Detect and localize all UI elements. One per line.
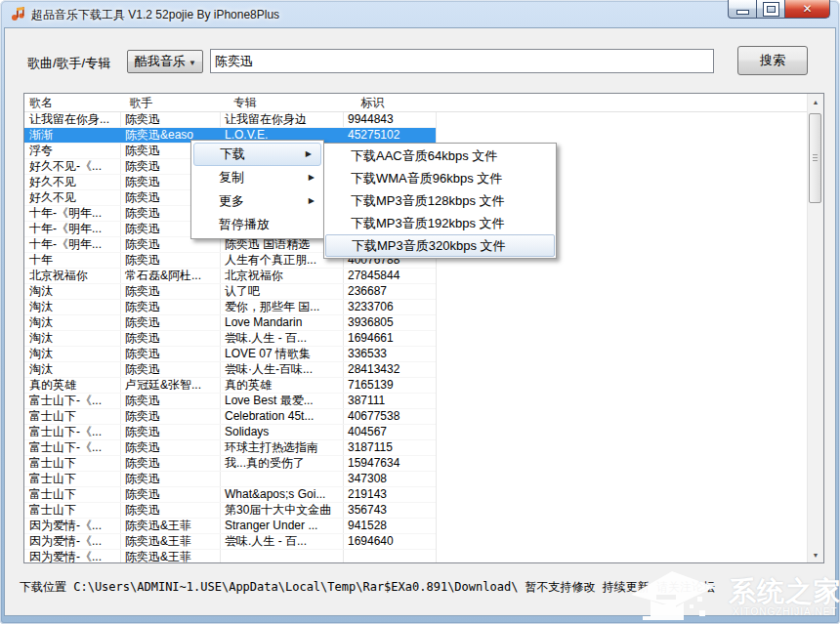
cell-song: 好久不见 [24,190,120,205]
cell-album [220,550,343,562]
cell-artist: 陈奕迅 [120,315,220,330]
cell-album [220,472,343,486]
cell-song: 因为爱情-《... [24,519,120,533]
submenu-item[interactable]: 下载AAC音质64kbps 文件 [324,145,556,167]
table-row[interactable]: 富士山下陈奕迅我...真的受伤了15947634 [24,456,436,472]
table-row[interactable]: 北京祝福你常石磊&阿杜...北京祝福你27845844 [24,269,436,284]
cell-song: 富士山下 [24,456,120,471]
cell-album: 尝味.人生 - 百... [220,534,343,549]
download-submenu: 下载AAC音质64kbps 文件下载WMA音质96kbps 文件下载MP3音质1… [323,143,557,259]
table-row[interactable]: 真的英雄卢冠廷&张智...真的英雄7165139 [24,378,436,394]
cell-song: 北京祝福你 [24,269,120,283]
cell-id: 387111 [343,394,436,408]
cell-artist: 陈奕迅 [120,503,220,518]
context-menu-item-label: 暂停播放 [219,217,270,231]
table-row[interactable]: 淘汰陈奕迅Love Mandarin3936805 [24,315,436,331]
maximize-button[interactable] [757,0,785,19]
submenu-arrow-icon: ▶ [306,144,312,165]
cell-song: 十年-《明年... [24,222,120,236]
cell-album: Stranger Under ... [220,519,343,533]
cell-artist: 陈奕迅 [120,472,220,486]
table-row[interactable]: 富士山下陈奕迅Celebration 45t...40677538 [24,409,436,425]
cell-id: 3233706 [343,300,436,314]
table-row[interactable]: 淘汰陈奕迅认了吧236687 [24,284,436,300]
cell-song: 淘汰 [24,315,120,330]
watermark: 系统之家 XITONGZHIJIA.NET [613,565,838,624]
cell-song: 真的英雄 [24,378,120,393]
submenu-item[interactable]: 下载MP3音质128kbps 文件 [324,189,556,212]
context-menu-item[interactable]: 复制▶ [191,166,323,189]
table-row[interactable]: 富士山下-《...陈奕迅环球主打热选指南3187115 [24,440,436,456]
column-header-song[interactable]: 歌名 [24,94,120,111]
scrollbar-thumb[interactable] [809,113,821,203]
table-row[interactable]: 因为爱情-《...陈奕迅&王菲Stranger Under ...941528 [24,519,436,534]
cell-id: 28413432 [343,362,436,377]
cell-id: 1694640 [343,534,436,549]
scroll-up-icon[interactable]: ▲ [808,94,823,109]
search-button[interactable]: 搜索 [737,46,808,75]
vertical-scrollbar[interactable]: ▲ ▼ [807,94,823,562]
cell-id: 15947634 [343,456,436,471]
context-menu-item[interactable]: 暂停播放 [191,213,323,236]
cell-album: 真的英雄 [220,378,343,393]
cell-id: 45275102 [343,128,436,143]
cell-id: 1694661 [343,331,436,346]
table-row[interactable]: 淘汰陈奕迅尝味·人生-百味...28413432 [24,362,436,378]
table-row[interactable]: 淘汰陈奕迅尝味.人生 - 百...1694661 [24,331,436,347]
cell-song: 淘汰 [24,362,120,377]
submenu-item[interactable]: 下载WMA音质96kbps 文件 [324,167,556,189]
chevron-down-icon: ▼ [189,59,196,67]
search-input[interactable] [210,49,714,73]
table-row[interactable]: 因为爱情-《...陈奕迅&王菲尝味.人生 - 百...1694640 [24,534,436,550]
search-button-label: 搜索 [760,52,785,69]
cell-album: 北京祝福你 [220,269,343,283]
column-header-id[interactable]: 标识 [356,94,448,111]
cell-song: 富士山下-《... [24,425,120,439]
table-row[interactable]: 富士山下陈奕迅第30届十大中文金曲356743 [24,503,436,519]
cell-id: 7165139 [343,378,436,393]
close-button[interactable]: ✕ [785,0,830,19]
table-row[interactable]: 淘汰陈奕迅爱你，那些年 国...3233706 [24,300,436,315]
cell-id: 3936805 [343,315,436,330]
cell-artist: 陈奕迅 [120,394,220,408]
submenu-arrow-icon: ▶ [309,166,315,189]
cell-song: 因为爱情-《... [24,550,120,562]
submenu-item[interactable]: 下载MP3音质192kbps 文件 [324,212,556,234]
title-bar[interactable]: 超品音乐下载工具 V1.2 52pojie By iPhone8Plus ✕ [0,0,840,27]
cell-song: 好久不见-《... [24,159,120,174]
context-menu: 下载▶复制▶更多▶暂停播放 [190,140,324,239]
table-row[interactable]: 富士山下陈奕迅347308 [24,472,436,487]
table-row[interactable]: 富士山下-《...陈奕迅Love Best 最爱...387111 [24,394,436,409]
cell-artist: 陈奕迅 [120,456,220,471]
cell-artist: 陈奕迅 [120,487,220,502]
scroll-down-icon[interactable]: ▼ [808,547,823,562]
table-row[interactable]: 富士山下-《...陈奕迅Solidays404567 [24,425,436,440]
cell-song: 因为爱情-《... [24,534,120,549]
cell-id: 336533 [343,347,436,361]
music-source-dropdown[interactable]: 酷我音乐 ▼ [127,50,203,73]
cell-artist: 陈奕迅 [120,409,220,424]
cell-artist: 常石磊&阿杜... [120,269,220,283]
cell-id: 27845844 [343,269,436,283]
cell-id: 941528 [343,519,436,533]
table-row[interactable]: 淘汰陈奕迅LOVE 07 情歌集336533 [24,347,436,362]
cell-album: 环球主打热选指南 [220,440,343,455]
cell-album: 认了吧 [220,284,343,299]
context-menu-item[interactable]: 下载▶ [193,143,321,166]
app-window: 超品音乐下载工具 V1.2 52pojie By iPhone8Plus ✕ 歌… [0,0,840,624]
cell-artist: 陈奕迅 [120,112,220,127]
cell-album: What&apos;s Goi... [220,487,343,502]
table-row[interactable]: 富士山下陈奕迅What&apos;s Goi...219143 [24,487,436,503]
table-row[interactable]: 因为爱情-《...陈奕迅&王菲 [24,550,436,562]
context-menu-item[interactable]: 更多▶ [191,189,323,213]
cell-artist: 陈奕迅&王菲 [120,519,220,533]
submenu-item[interactable]: 下载MP3音质320kbps 文件 [325,234,555,257]
cell-song: 富士山下 [24,503,120,518]
minimize-button[interactable] [728,0,757,19]
column-header-artist[interactable]: 歌手 [124,94,224,111]
watermark-site: XITONGZHIJIA.NET [733,606,838,617]
table-row[interactable]: 让我留在你身...陈奕迅让我留在你身边9944843 [24,112,436,128]
cell-song: 淘汰 [24,331,120,346]
table-header: 歌名 歌手 专辑 标识 [24,94,807,112]
column-header-album[interactable]: 专辑 [229,94,352,111]
